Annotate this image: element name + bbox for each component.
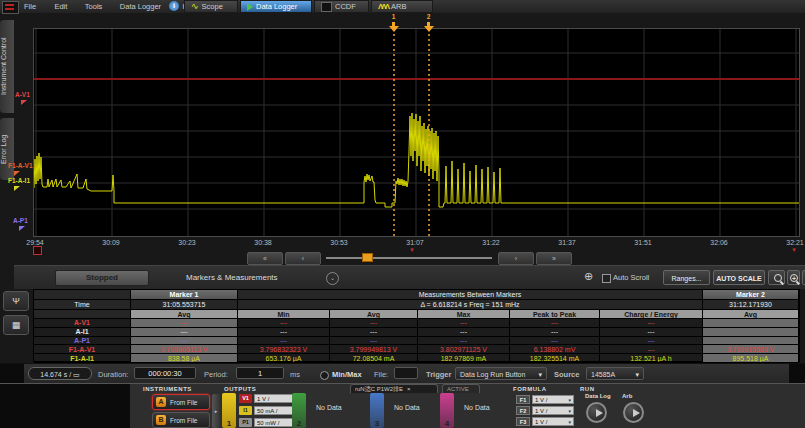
- x-tick-label: 30:53: [322, 239, 356, 246]
- channel-ref-f1-a-v1[interactable]: F1-A-V1: [8, 163, 33, 176]
- formula-chip-f2[interactable]: F2: [516, 406, 530, 415]
- between-title: Measurements Between Markers: [238, 290, 703, 300]
- formula-chip-f3[interactable]: F3: [516, 417, 530, 426]
- row-label: F1-A-V1: [34, 345, 131, 354]
- trigger-dropdown[interactable]: Data Log Run Button▾: [455, 367, 547, 380]
- cell-ptp: ---: [510, 328, 600, 337]
- table-row: A-V1------------------: [34, 319, 799, 328]
- source-dropdown[interactable]: 14585A▾: [586, 367, 644, 380]
- tab-label: Scope: [202, 2, 223, 11]
- period-label: Period:: [204, 370, 228, 379]
- file-field[interactable]: [394, 367, 418, 379]
- auto-scroll-checkbox[interactable]: [602, 274, 611, 283]
- menu-bar: FileEditToolsData LoggerHelp i ∿ScopeDat…: [0, 0, 805, 13]
- cell-max: 182.97869 mA: [418, 354, 510, 363]
- table-row: F1-A-I1838.58 µA653.176 µA72.08504 mA182…: [34, 354, 799, 363]
- scroll-handle[interactable]: [362, 253, 373, 262]
- cell-m2: [703, 328, 799, 337]
- cell-min: ---: [238, 328, 330, 337]
- row-label: A-I1: [34, 328, 131, 337]
- menu-tools[interactable]: Tools: [85, 2, 103, 11]
- output-chip-v1[interactable]: V1: [239, 394, 252, 403]
- app-logo-icon[interactable]: [2, 1, 19, 14]
- column-header-avg: Avg: [703, 310, 799, 319]
- scale-value: 1 V /: [535, 396, 547, 403]
- zoom-in-button[interactable]: +: [787, 270, 800, 285]
- cell-ptp: 6.138802 mV: [510, 345, 600, 354]
- formula-scale-f3[interactable]: 1 V /▾: [532, 417, 574, 426]
- config-spacer-right: [789, 364, 805, 384]
- marker-2-handle[interactable]: 2: [423, 14, 434, 32]
- period-field[interactable]: 1: [236, 367, 284, 379]
- channel-ref-a-v1[interactable]: A-V1: [15, 92, 30, 105]
- channel-ref-f1-a-i1[interactable]: F1-A-I1: [8, 178, 30, 191]
- cell-charge: ---: [600, 328, 703, 337]
- auto-scroll-label: Auto Scroll: [613, 273, 649, 282]
- run-arb-button[interactable]: [623, 402, 644, 423]
- channel-ref-a-p1[interactable]: A-P1: [13, 218, 28, 231]
- zoom-region-icon: [774, 274, 782, 282]
- tab-arb[interactable]: ΛΛΛARB: [371, 0, 433, 13]
- scroll-prev-button[interactable]: ‹: [285, 252, 321, 265]
- plot-toolbar: Stopped Markers & Measurements ⌄ ⊕ Auto …: [14, 265, 805, 289]
- formula-scale-f1[interactable]: 1 V /▾: [532, 395, 574, 404]
- duration-field[interactable]: 000:00:30: [134, 367, 196, 379]
- scale-value: 1 V /: [535, 407, 547, 414]
- waveform-plot[interactable]: [33, 28, 800, 237]
- x-tick-label: 31:07: [398, 239, 432, 246]
- datalog-file-tab[interactable]: ruN适C P1W2排E ×: [350, 384, 438, 393]
- marker-1-handle[interactable]: 1: [388, 14, 399, 32]
- menu-file[interactable]: File: [24, 2, 36, 11]
- channel-2-bar[interactable]: 2: [292, 393, 306, 428]
- chevron-down-icon: ▾: [568, 407, 571, 414]
- channel-4-bar[interactable]: 4: [440, 393, 454, 428]
- formula-scale-f2[interactable]: 1 V /▾: [532, 406, 574, 415]
- tab-ccdf[interactable]: CCDF: [314, 0, 369, 13]
- channel-flag-icon: [19, 226, 25, 231]
- close-icon[interactable]: ×: [407, 386, 411, 392]
- cell-charge: ---: [600, 319, 703, 328]
- time-per-div-chip[interactable]: 14.674 s / ▭: [28, 367, 92, 380]
- auto-scale-button[interactable]: AUTO SCALE: [713, 270, 765, 285]
- delta-freq: Δ = 6.618214 s Freq = 151 mHz: [238, 300, 703, 310]
- markers-menu-dropdown-icon[interactable]: ⌄: [326, 272, 339, 285]
- menu-edit[interactable]: Edit: [54, 2, 67, 11]
- output-chip-i1[interactable]: I1: [239, 406, 252, 415]
- minmax-label: Min/Max: [332, 370, 362, 379]
- tab-label: CCDF: [335, 2, 356, 11]
- active-tab[interactable]: ACTIVE: [442, 384, 480, 393]
- run-data-log-button[interactable]: [586, 402, 607, 423]
- run-header: RUN: [580, 386, 595, 392]
- row-label: F1-A-I1: [34, 354, 131, 363]
- channel-label: A-P1: [13, 217, 28, 224]
- outputs-header: OUTPUTS: [224, 386, 256, 392]
- scroll-last-button[interactable]: »: [536, 252, 572, 265]
- instrument-b-icon: B: [156, 415, 166, 425]
- tab-data-logger[interactable]: Data Logger: [240, 0, 312, 13]
- zoom-region-button[interactable]: [768, 270, 785, 285]
- grid-view-button[interactable]: ▦: [3, 315, 29, 335]
- tab-scope[interactable]: ∿Scope: [184, 0, 238, 13]
- scroll-first-button[interactable]: «: [247, 252, 283, 265]
- instrument-b-from-file-button[interactable]: BFrom File: [152, 412, 210, 428]
- formula-chip-f1[interactable]: F1: [516, 395, 530, 404]
- sidebar-tab-instrument-control[interactable]: Instrument Control: [0, 20, 14, 113]
- table-row: A-I1------------------: [34, 328, 799, 337]
- ranges-button[interactable]: Ranges...: [663, 270, 710, 285]
- time-header: Time: [34, 300, 131, 310]
- ccdf-icon: [321, 2, 332, 12]
- info-icon[interactable]: i: [169, 1, 179, 11]
- scroll-track[interactable]: [326, 257, 492, 259]
- pan-icon[interactable]: ⊕: [584, 271, 593, 282]
- menu-data-logger[interactable]: Data Logger: [120, 2, 161, 11]
- output-chip-p1[interactable]: P1: [239, 418, 252, 427]
- scroll-next-button[interactable]: ›: [498, 252, 534, 265]
- marker-tool-button[interactable]: Ψ: [3, 291, 29, 311]
- instrument-a-from-file-button[interactable]: AFrom File: [152, 394, 210, 410]
- minmax-checkbox[interactable]: [320, 371, 329, 380]
- instruments-expander[interactable]: ▸: [212, 394, 220, 428]
- channel-3-bar[interactable]: 3: [370, 393, 384, 428]
- channel-1-bar[interactable]: 1: [222, 393, 236, 428]
- tab-label: Data Logger: [256, 2, 297, 11]
- tab-label: ARB: [391, 2, 406, 11]
